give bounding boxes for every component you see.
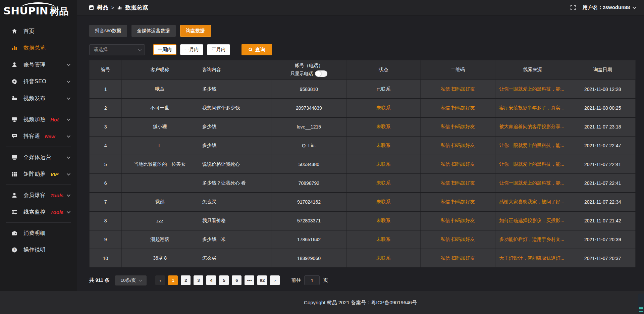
page-button[interactable]: 3 (194, 275, 203, 285)
scan-add-friend-link[interactable]: 扫码加好友 (451, 237, 475, 242)
scan-add-friend-link[interactable]: 扫码加好友 (451, 86, 475, 92)
fullscreen-icon[interactable] (570, 5, 576, 10)
source-link[interactable]: 让你一眼就爱上的黑科技，能... (495, 180, 570, 186)
sidebar-item-badge: Hot (50, 117, 59, 122)
tab-询盘数据[interactable]: 询盘数据 (180, 25, 211, 37)
source-link[interactable]: 被大家追着问的客厅投影分享... (495, 124, 570, 130)
sidebar: SHUPIN树品 首页数据总览账号管理抖音SEO视频发布视频加热Hot抖客通Ne… (0, 0, 77, 314)
cell-qrcode: 私信 扫码加好友 (420, 211, 495, 230)
table-row: 6多少钱？让我死心 看70898792未联系私信 扫码加好友让你一眼就爱上的黑科… (90, 174, 636, 193)
cell-nickname: 潮起潮落 (122, 230, 198, 249)
sidebar-item[interactable]: 抖客通New (0, 128, 77, 145)
private-message-link[interactable]: 私信 (441, 124, 450, 129)
table-row: 1036度 8怎么买183929060未联系私信 扫码加好友无主灯设计，智能磁吸… (90, 249, 636, 268)
page-size-value: 10条/页 (121, 277, 136, 283)
source-link[interactable]: 无主灯设计，智能磁吸轨道灯... (495, 255, 570, 261)
page-button[interactable]: 6 (232, 275, 241, 285)
sliders-icon (11, 209, 18, 215)
sidebar-item[interactable]: 视频加热Hot (0, 111, 77, 128)
col-header-date: 询盘日期 (570, 60, 635, 80)
source-link[interactable]: 多功能护栏灯，适用于乡村文... (495, 237, 570, 243)
svg-text:?: ? (13, 248, 15, 252)
prev-page-button[interactable]: ‹ (155, 275, 165, 285)
private-message-link[interactable]: 私信 (441, 255, 450, 261)
scan-add-friend-link[interactable]: 扫码加好友 (451, 180, 475, 186)
source-link[interactable]: 让你一眼就爱上的黑科技，能... (495, 86, 570, 92)
username-label: 用户名：zswodun88 (583, 4, 630, 11)
sidebar-item[interactable]: 会员爆客Tools (0, 187, 77, 204)
cell-date: 2021-11-07 22:41 (570, 174, 635, 193)
sidebar-item[interactable]: 线索监控Tools (0, 204, 77, 220)
cell-qrcode: 私信 扫码加好友 (420, 117, 495, 136)
page-button[interactable]: 92 (257, 275, 267, 285)
scan-add-friend-link[interactable]: 扫码加好友 (451, 143, 475, 148)
page-button[interactable]: 4 (206, 275, 216, 285)
logo-arc-decoration (21, 2, 55, 7)
cell-nickname: zzz (122, 211, 198, 230)
sidebar-item[interactable]: 抖音SEO (0, 73, 77, 90)
next-page-button[interactable]: › (270, 275, 280, 285)
scan-add-friend-link[interactable]: 扫码加好友 (451, 161, 475, 167)
home-icon (11, 28, 18, 35)
cell-nickname: 36度 8 (122, 249, 198, 268)
private-message-link[interactable]: 私信 (441, 237, 450, 242)
private-message-link[interactable]: 私信 (441, 161, 450, 167)
sidebar-item[interactable]: 账号管理 (0, 56, 77, 73)
table-header-row: 编号 客户昵称 咨询内容 帐号（电话） 只显示电话 状态 二维码 线索来源 询盘… (90, 60, 636, 80)
page-ellipsis-button[interactable]: ••• (245, 275, 254, 285)
sidebar-item[interactable]: 矩阵助推VIP (0, 166, 77, 182)
range-button[interactable]: 一月内 (180, 44, 203, 55)
scan-add-friend-link[interactable]: 扫码加好友 (451, 105, 475, 110)
source-link[interactable]: 如何正确选择投影仪，买投影... (495, 218, 570, 224)
private-message-link[interactable]: 私信 (441, 180, 450, 186)
sidebar-divider (6, 185, 71, 185)
sidebar-item[interactable]: 首页 (0, 23, 77, 40)
cell-inquiry: 多少钱一米 (198, 230, 271, 249)
phone-only-toggle[interactable] (315, 70, 327, 77)
scan-add-friend-link[interactable]: 扫码加好友 (451, 255, 475, 261)
scan-add-friend-link[interactable]: 扫码加好友 (451, 124, 475, 129)
breadcrumb-root[interactable]: 树品 (97, 4, 108, 11)
sidebar-item[interactable]: 数据总览 (0, 40, 77, 56)
cell-status: 未联系 (346, 99, 420, 117)
sidebar-item[interactable]: 消费明细 (0, 225, 77, 242)
page-button[interactable]: 1 (168, 275, 178, 285)
sidebar-item[interactable]: 全媒体运营 (0, 149, 77, 166)
source-link[interactable]: 客厅安装投影半年多了，真实... (495, 105, 570, 111)
page-button[interactable]: 5 (219, 275, 229, 285)
private-message-link[interactable]: 私信 (441, 199, 450, 204)
cell-nickname: 狐小狸 (122, 117, 198, 136)
bar-chart-icon (11, 45, 18, 51)
sidebar-item[interactable]: 视频发布 (0, 90, 77, 107)
cell-id: 6 (90, 174, 122, 193)
sidebar-item[interactable]: ?操作说明 (0, 242, 77, 258)
source-link[interactable]: 让你一眼就爱上的黑科技，能... (495, 161, 570, 167)
main-content: 抖音seo数据全媒体运营数据询盘数据 请选择 一周内一月内三月内 查询 编号 客… (77, 15, 644, 291)
breadcrumb-current-icon (117, 5, 122, 10)
chevron-down-icon (67, 62, 70, 66)
private-message-link[interactable]: 私信 (441, 105, 450, 110)
page-button[interactable]: 2 (181, 275, 191, 285)
goto-page-input[interactable] (304, 275, 320, 285)
tab-全媒体运营数据[interactable]: 全媒体运营数据 (131, 25, 176, 37)
filter-select[interactable]: 请选择 (89, 44, 145, 55)
username-menu[interactable]: 用户名：zswodun88 (583, 4, 635, 11)
breadcrumb-root-icon (89, 5, 94, 10)
range-button[interactable]: 三月内 (207, 44, 230, 55)
source-link[interactable]: 感谢大家喜欢我家，被问了好... (495, 199, 570, 205)
private-message-link[interactable]: 私信 (441, 218, 450, 223)
scan-add-friend-link[interactable]: 扫码加好友 (451, 218, 475, 223)
footer: Copyright 树品 2021 备案号：粤ICP备09019646号 (0, 291, 644, 314)
tab-抖音seo数据[interactable]: 抖音seo数据 (89, 25, 127, 37)
private-message-link[interactable]: 私信 (441, 143, 450, 148)
range-button[interactable]: 一周内 (153, 44, 176, 55)
source-link[interactable]: 让你一眼就爱上的黑科技，能... (495, 143, 570, 149)
sidebar-item-label: 首页 (23, 28, 35, 35)
scan-add-friend-link[interactable]: 扫码加好友 (451, 199, 475, 204)
private-message-link[interactable]: 私信 (441, 86, 450, 92)
query-button[interactable]: 查询 (241, 44, 272, 55)
page-size-select[interactable]: 10条/页 (115, 275, 147, 285)
cell-inquiry: 多少钱？让我死心 看 (198, 174, 271, 193)
cell-id: 5 (90, 155, 122, 174)
cell-inquiry: 多少钱 (198, 117, 271, 136)
